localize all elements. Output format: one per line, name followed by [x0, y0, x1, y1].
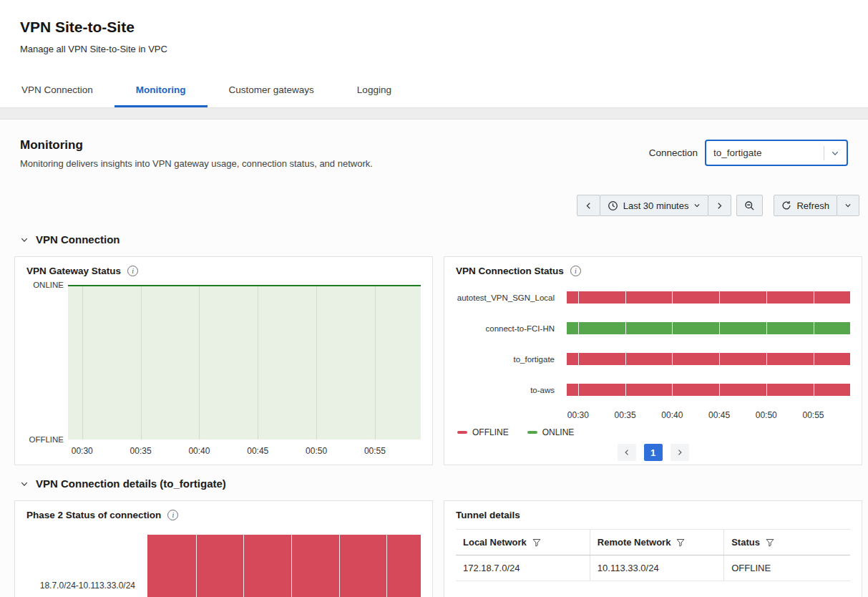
tab-customer-gateways[interactable]: Customer gateways — [208, 76, 336, 107]
gridline — [375, 286, 376, 440]
cell-status: OFFLINE — [724, 555, 850, 581]
cell-local-network: 172.18.7.0/24 — [456, 555, 590, 581]
monitoring-title: Monitoring — [20, 138, 373, 152]
gateway-status-chart: ONLINE OFFLINE 00:30 — [26, 285, 421, 457]
section-title: VPN Connection details (to_fortigate) — [36, 477, 226, 490]
pagination: 1 — [456, 444, 850, 461]
zoom-out-icon — [744, 200, 755, 211]
section-vpn-connection[interactable]: VPN Connection — [0, 216, 868, 256]
x-tick: 00:35 — [130, 446, 152, 456]
legend-swatch — [527, 431, 537, 434]
column-header-remote-network: Remote Network — [598, 537, 671, 548]
info-icon[interactable]: i — [127, 266, 138, 276]
gridline — [141, 286, 142, 440]
column-header-status: Status — [731, 537, 760, 548]
filter-icon[interactable] — [766, 538, 774, 547]
phase2-status-chart: 18.7.0/24-10.113.33.0/24 — [26, 535, 421, 597]
time-forward-button[interactable] — [708, 195, 731, 216]
time-toolbar: Last 30 minutes Refresh — [0, 172, 868, 216]
filter-icon[interactable] — [532, 538, 541, 547]
monitoring-content: Monitoring Monitoring delivers insights … — [0, 120, 868, 597]
refresh-icon — [781, 200, 791, 210]
vpn-connection-panels: VPN Gateway Status i ONLINE OFFLINE — [14, 256, 862, 465]
page-title: VPN Site-to-Site — [20, 19, 848, 36]
row-label: autotest_VPN_SGN_Local — [456, 293, 555, 302]
tunnel-details-panel: Tunnel details Local Network — [444, 500, 862, 597]
section-vpn-connection-details[interactable]: VPN Connection details (to_fortigate) — [0, 465, 868, 500]
connection-status-x-axis: 00:30 00:35 00:40 00:45 00:50 00:55 — [567, 410, 850, 421]
status-bar — [567, 291, 850, 304]
connection-select[interactable]: to_fortigate — [705, 140, 848, 166]
x-tick: 00:45 — [708, 410, 730, 420]
tab-monitoring[interactable]: Monitoring — [114, 76, 208, 107]
legend-swatch — [457, 431, 467, 434]
column-header-local-network: Local Network — [463, 537, 527, 548]
pagination-next-button[interactable] — [670, 444, 689, 461]
vpn-connection-details-panels: Phase 2 Status of connection i 18.7.0/24… — [14, 500, 862, 597]
refresh-button[interactable]: Refresh — [774, 195, 837, 216]
row-label: to_fortigate — [456, 355, 555, 364]
vpn-gateway-status-panel: VPN Gateway Status i ONLINE OFFLINE — [14, 256, 433, 465]
chevron-down-icon — [20, 236, 29, 244]
table-row: 172.18.7.0/24 10.113.33.0/24 OFFLINE — [456, 555, 850, 581]
info-icon[interactable]: i — [167, 510, 178, 520]
pagination-page-1[interactable]: 1 — [644, 444, 663, 461]
zoom-out-button[interactable] — [736, 195, 763, 216]
panel-title: VPN Connection Status — [456, 266, 564, 276]
info-icon[interactable]: i — [570, 266, 581, 276]
online-area-fill — [68, 285, 421, 440]
gridline — [199, 286, 200, 440]
row-label: to-aws — [456, 386, 555, 394]
connection-status-chart: autotest_VPN_SGN_Local connect-to-FCI-HN — [456, 282, 850, 461]
x-tick: 00:45 — [247, 446, 268, 456]
filter-icon[interactable] — [676, 538, 685, 547]
header-separator-band — [0, 108, 868, 120]
online-series-line — [68, 285, 421, 286]
chevron-down-icon — [844, 202, 852, 209]
legend-item-offline[interactable]: OFFLINE — [457, 427, 509, 437]
legend-label: OFFLINE — [472, 427, 509, 437]
vpn-site-to-site-page: VPN Site-to-Site Manage all VPN Site-to-… — [0, 0, 868, 597]
vpn-connection-status-panel: VPN Connection Status i autotest_VPN_SGN… — [444, 256, 862, 465]
select-divider — [824, 146, 824, 160]
legend: OFFLINE ONLINE — [456, 427, 850, 437]
tunnel-details-table: Local Network Remote Network — [456, 529, 850, 581]
panel-title: Phase 2 Status of connection — [26, 510, 161, 520]
time-back-button[interactable] — [577, 195, 600, 216]
connection-status-row: to-aws — [456, 374, 850, 405]
x-tick: 00:55 — [803, 410, 824, 420]
gateway-x-axis: 00:30 00:35 00:40 00:45 00:50 00:55 — [68, 446, 421, 457]
gridline — [258, 286, 258, 440]
status-bar — [567, 353, 850, 365]
gridline — [316, 286, 317, 440]
refresh-interval-button[interactable] — [837, 195, 859, 216]
connection-status-row: connect-to-FCI-HN — [456, 313, 850, 344]
tab-bar: VPN Connection Monitoring Customer gatew… — [0, 76, 868, 107]
refresh-label: Refresh — [796, 200, 829, 211]
connection-status-row: autotest_VPN_SGN_Local — [456, 282, 850, 313]
connection-control: Connection to_fortigate — [649, 140, 848, 166]
status-bar — [567, 384, 850, 396]
panel-title: VPN Gateway Status — [26, 266, 121, 276]
y-axis-label-online: ONLINE — [26, 281, 64, 289]
chevron-down-icon — [20, 480, 29, 488]
monitoring-description: Monitoring delivers insights into VPN ga… — [20, 158, 373, 169]
x-tick: 00:55 — [364, 446, 386, 456]
x-tick: 00:50 — [756, 410, 777, 420]
connection-select-value: to_fortigate — [713, 147, 824, 158]
tab-logging[interactable]: Logging — [336, 76, 413, 107]
time-range-group: Last 30 minutes — [577, 195, 732, 216]
status-bar — [567, 322, 850, 334]
chevron-right-icon — [676, 449, 683, 456]
legend-item-online[interactable]: ONLINE — [527, 427, 575, 437]
x-tick: 00:30 — [567, 410, 589, 420]
page-header: VPN Site-to-Site Manage all VPN Site-to-… — [0, 0, 868, 108]
time-range-button[interactable]: Last 30 minutes — [600, 195, 709, 216]
gateway-status-plot: ONLINE OFFLINE — [68, 285, 421, 440]
row-label: connect-to-FCI-HN — [456, 324, 555, 333]
chevron-left-icon — [623, 449, 630, 456]
chevron-left-icon — [585, 202, 593, 210]
tab-vpn-connection[interactable]: VPN Connection — [0, 76, 114, 107]
pagination-prev-button[interactable] — [618, 444, 636, 461]
zoom-group — [736, 195, 763, 216]
